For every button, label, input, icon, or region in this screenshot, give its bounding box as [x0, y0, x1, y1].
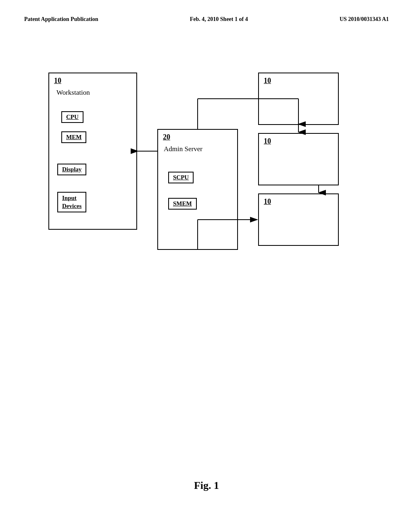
header-left: Patent Application Publication — [24, 16, 98, 23]
ws-mid-right-top-ref-label: 10 — [264, 137, 271, 145]
scpu-box: SCPU — [168, 172, 194, 183]
figure-caption: Fig. 1 — [0, 480, 413, 492]
header-center: Feb. 4, 2010 Sheet 1 of 4 — [190, 16, 248, 23]
input-devices-label: InputDevices — [62, 195, 81, 209]
ws-mid-right-top-box: 10 — [258, 133, 339, 185]
input-devices-box: InputDevices — [57, 192, 86, 212]
display-box: Display — [57, 164, 86, 175]
workstation-title: Workstation — [56, 89, 90, 97]
ws-mid-right-bot-box: 10 — [258, 193, 339, 246]
ws-top-right-ref-label: 10 — [264, 77, 271, 85]
header-right: US 2010/0031343 A1 — [340, 16, 389, 23]
smem-box: SMEM — [168, 198, 197, 210]
admin-server-box: 20 Admin Server SCPU SMEM — [157, 129, 238, 250]
diagram-area: 10 Workstation CPU MEM Display InputDevi… — [24, 64, 389, 347]
mem-box: MEM — [61, 131, 86, 143]
admin-server-title: Admin Server — [164, 145, 202, 153]
admin-server-ref-label: 20 — [163, 133, 170, 141]
cpu-box: CPU — [61, 111, 83, 123]
page-header: Patent Application Publication Feb. 4, 2… — [24, 16, 389, 23]
workstation-ref-label: 10 — [54, 77, 61, 85]
ws-top-right-box: 10 — [258, 73, 339, 125]
ws-mid-right-bot-ref-label: 10 — [264, 197, 271, 206]
workstation-box: 10 Workstation CPU MEM Display InputDevi… — [48, 73, 137, 230]
